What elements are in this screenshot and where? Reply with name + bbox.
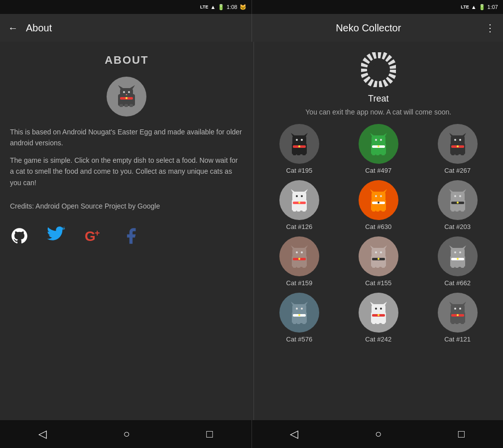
cat-avatar-cat-121 [438,293,478,333]
svg-rect-59 [302,209,306,212]
svg-rect-25 [297,152,300,155]
cat-item[interactable]: Cat #497 [341,124,416,174]
svg-rect-48 [461,152,464,155]
cat-avatar-cat-497 [359,124,398,164]
svg-point-75 [459,195,461,197]
svg-rect-79 [451,209,455,212]
about-page-title: About [26,22,244,34]
cat-name-cat-155: Cat #155 [365,279,391,287]
about-desc-2: The game is simple. Click on the empty d… [10,155,244,188]
svg-rect-81 [461,209,464,212]
cat-item[interactable]: Cat #203 [420,180,495,230]
right-bottom-nav: ◁ ○ □ [252,420,503,448]
cat-svg-cat-155 [365,243,392,270]
cat-avatar-cat-576 [279,293,319,333]
cat-avatar-cat-242 [359,293,398,333]
svg-rect-102 [376,265,379,268]
svg-point-144 [457,314,459,316]
facebook-icon[interactable] [122,226,140,250]
cat-item[interactable]: Cat #159 [262,236,337,287]
google-plus-icon[interactable]: G + [84,226,104,250]
cat-item[interactable]: Cat #195 [262,124,337,174]
svg-text:+: + [95,228,100,238]
time-right: 1:07 [488,4,498,10]
svg-rect-36 [376,152,379,155]
svg-rect-125 [302,321,306,324]
svg-rect-103 [381,265,385,268]
cat-item[interactable]: Cat #121 [420,293,495,343]
svg-point-8 [126,97,127,99]
svg-rect-123 [293,321,296,324]
svg-rect-113 [455,265,459,268]
svg-rect-26 [302,152,306,155]
cat-item[interactable]: Cat #576 [262,293,337,343]
left-bottom-nav: ◁ ○ □ [0,420,252,448]
cat-name-cat-195: Cat #195 [286,167,313,174]
left-status-bar: LTE ▲ 🔋 1:08 🐱 [0,0,252,14]
cat-name-cat-159: Cat #159 [286,279,313,287]
svg-rect-47 [455,152,459,155]
twitter-icon[interactable] [47,226,66,250]
svg-point-45 [457,145,459,147]
recent-nav-button-right[interactable]: □ [448,424,475,445]
svg-point-74 [454,195,456,197]
cat-svg-cat-576 [286,299,313,326]
svg-point-85 [296,251,298,253]
cat-item[interactable]: Cat #267 [420,124,495,174]
treat-donut-icon [359,50,398,90]
cat-item[interactable]: Cat #242 [341,293,416,343]
cat-svg-cat-203 [444,187,471,214]
battery-right: 🔋 [479,4,486,10]
svg-point-140 [454,308,456,310]
time-left: 1:08 [227,4,237,10]
cat-name-cat-267: Cat #267 [444,167,471,174]
svg-rect-146 [455,321,459,324]
home-nav-button-left[interactable]: ○ [113,424,139,445]
cat-svg-cat-242 [365,299,392,326]
recent-nav-button-left[interactable]: □ [196,424,223,445]
about-cat-avatar [107,77,146,116]
svg-point-64 [380,195,382,197]
svg-point-5 [128,91,130,93]
svg-point-107 [454,251,456,253]
svg-point-97 [380,251,382,253]
cat-item[interactable]: Cat #662 [420,236,495,287]
svg-rect-92 [302,265,306,268]
svg-point-130 [380,308,382,310]
svg-point-119 [301,308,303,310]
cat-name-cat-630: Cat #630 [365,223,391,230]
social-icons-row: G + [10,218,244,258]
svg-point-19 [296,139,298,141]
neko-collector-title: Neko Collector [260,22,478,34]
back-nav-button-right[interactable]: ◁ [280,424,308,445]
about-avatar-section [10,77,244,116]
cat-item[interactable]: Cat #630 [341,180,416,230]
cat-svg-cat-497 [365,130,392,157]
svg-rect-135 [376,321,379,324]
svg-point-41 [454,139,456,141]
svg-rect-134 [372,321,376,324]
svg-rect-145 [451,321,455,324]
svg-rect-112 [451,265,455,268]
svg-rect-147 [461,321,464,324]
cat-name-cat-242: Cat #242 [365,336,391,343]
cat-svg-cat-267 [444,130,471,157]
cat-name-cat-497: Cat #497 [365,167,391,174]
cat-avatar-cat-159 [279,236,319,276]
svg-rect-91 [297,265,300,268]
back-nav-button-left[interactable]: ◁ [28,424,57,445]
svg-rect-114 [461,265,464,268]
cat-item[interactable]: Cat #126 [262,180,337,230]
svg-point-34 [377,145,379,147]
treat-subtitle: You can exit the app now. A cat will com… [305,108,451,116]
menu-button[interactable]: ⋮ [485,22,495,34]
cat-name-cat-576: Cat #576 [286,336,313,343]
back-button[interactable]: ← [8,22,18,34]
svg-point-111 [457,258,459,260]
home-nav-button-right[interactable]: ○ [365,424,391,445]
cat-item[interactable]: Cat #155 [341,236,416,287]
github-icon[interactable] [10,226,29,250]
about-description: This is based on Android Nougat's Easter… [10,126,244,194]
svg-rect-11 [129,104,133,107]
neko-collector-panel: Treat You can exit the app now. A cat wi… [254,42,503,420]
